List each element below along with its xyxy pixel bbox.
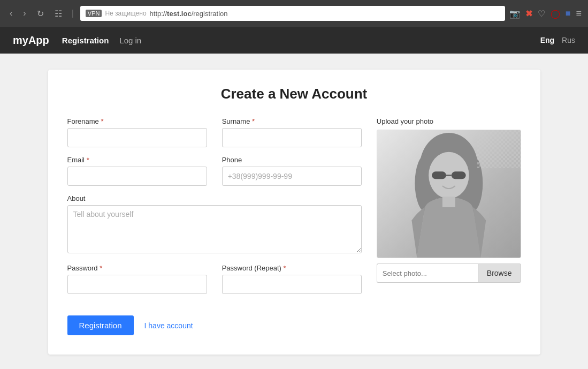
secure-label: Не защищено bbox=[105, 10, 146, 17]
email-required: * bbox=[87, 156, 89, 164]
opera-icon[interactable]: ◯ bbox=[551, 9, 560, 19]
have-account-link[interactable]: I have account bbox=[144, 321, 193, 330]
browse-button[interactable]: Browse bbox=[478, 263, 521, 283]
file-input-row: Browse bbox=[377, 263, 521, 283]
heart-icon[interactable]: ♡ bbox=[538, 9, 545, 19]
back-button[interactable]: ‹ bbox=[6, 6, 16, 20]
form-grid: Forename * Surname * Upload your photo bbox=[67, 117, 521, 335]
svg-rect-5 bbox=[452, 171, 466, 179]
bottom-row: Registration I have account bbox=[67, 315, 362, 335]
email-input[interactable] bbox=[67, 167, 207, 186]
nav-registration[interactable]: Registration bbox=[62, 36, 109, 45]
photo-preview bbox=[377, 130, 521, 258]
address-bar[interactable]: VPN Не защищено http://test.loc/registra… bbox=[80, 6, 505, 21]
checkerboard-pattern bbox=[477, 130, 520, 168]
photo-upload-section: Upload your photo bbox=[377, 117, 521, 313]
page-content: Create a New Account Forename * Surname … bbox=[0, 54, 588, 369]
email-label: Email * bbox=[67, 156, 207, 164]
vpn-icon: VPN bbox=[86, 10, 102, 17]
browser-icons: 📷 ✖ ♡ ◯ ■ ≡ bbox=[509, 8, 582, 19]
svg-rect-7 bbox=[442, 197, 455, 207]
about-label: About bbox=[67, 194, 362, 202]
password-row: Password * Password (Repeat) * bbox=[67, 264, 362, 303]
surname-group: Surname * bbox=[222, 117, 362, 147]
forward-button[interactable]: › bbox=[20, 6, 29, 20]
reload-button[interactable]: ↻ bbox=[34, 6, 47, 21]
svg-rect-4 bbox=[432, 171, 446, 179]
email-group: Email * bbox=[67, 156, 207, 186]
forename-group: Forename * bbox=[67, 117, 207, 147]
password-required: * bbox=[100, 264, 102, 272]
phone-group: Phone bbox=[222, 156, 362, 186]
photo-label: Upload your photo bbox=[377, 117, 521, 125]
browser-chrome: ‹ › ↻ ☷ | VPN Не защищено http://test.lo… bbox=[0, 0, 588, 27]
password-repeat-input[interactable] bbox=[222, 275, 362, 294]
forename-required: * bbox=[101, 117, 103, 125]
password-label: Password * bbox=[67, 264, 207, 272]
password-group: Password * bbox=[67, 264, 207, 294]
brand-logo: myApp bbox=[13, 34, 49, 47]
lang-eng[interactable]: Eng bbox=[540, 36, 554, 44]
camera-icon[interactable]: 📷 bbox=[509, 9, 520, 19]
url-display: http://test.loc/registration bbox=[150, 10, 228, 18]
forename-input[interactable] bbox=[67, 128, 207, 147]
phone-input[interactable] bbox=[222, 167, 362, 186]
surname-label: Surname * bbox=[222, 117, 362, 125]
navbar: myApp Registration Log in Eng Rus bbox=[0, 27, 588, 54]
close-icon[interactable]: ✖ bbox=[525, 9, 532, 19]
nav-login[interactable]: Log in bbox=[119, 36, 141, 45]
about-group: About bbox=[67, 194, 362, 255]
form-title: Create a New Account bbox=[67, 86, 521, 102]
lang-rus[interactable]: Rus bbox=[562, 36, 575, 44]
password-repeat-required: * bbox=[284, 264, 286, 272]
language-switcher: Eng Rus bbox=[540, 36, 575, 44]
registration-card: Create a New Account Forename * Surname … bbox=[48, 70, 540, 355]
surname-input[interactable] bbox=[222, 128, 362, 147]
password-repeat-group: Password (Repeat) * bbox=[222, 264, 362, 294]
password-input[interactable] bbox=[67, 275, 207, 294]
about-textarea[interactable] bbox=[67, 205, 362, 253]
phone-label: Phone bbox=[222, 156, 362, 164]
menu-icon[interactable]: ≡ bbox=[576, 8, 582, 19]
extensions-icon[interactable]: ■ bbox=[566, 9, 571, 18]
photo-placeholder-bg bbox=[377, 130, 521, 258]
surname-required: * bbox=[252, 117, 255, 125]
password-repeat-label: Password (Repeat) * bbox=[222, 264, 362, 272]
file-path-input[interactable] bbox=[377, 263, 478, 283]
forename-label: Forename * bbox=[67, 117, 207, 125]
grid-button[interactable]: ☷ bbox=[51, 6, 65, 21]
register-button[interactable]: Registration bbox=[67, 315, 134, 335]
